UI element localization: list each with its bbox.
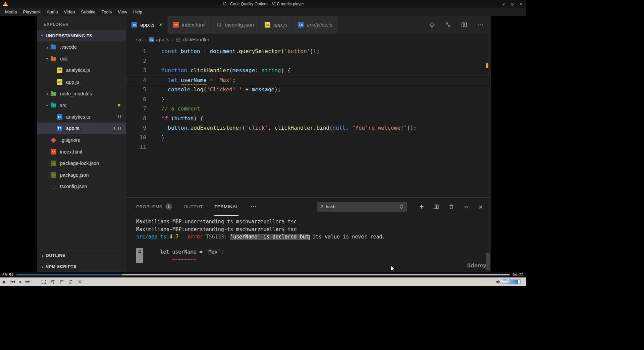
tree-item-index-html[interactable]: <>index.html bbox=[37, 146, 126, 158]
tree-item-package-lock-json[interactable]: {}package-lock.json bbox=[37, 158, 126, 169]
panel-tabs: PROBLEMS1OUTPUTTERMINAL bbox=[136, 198, 238, 216]
tree-item-tsconfig-json[interactable]: {..}tsconfig.json bbox=[37, 181, 126, 192]
tab-tsconfig-json[interactable]: {..}tsconfig.json bbox=[211, 16, 259, 34]
split-terminal-button[interactable] bbox=[433, 204, 439, 210]
code-text: console.log('Clicked! ' + message); bbox=[146, 85, 281, 95]
kill-terminal-button[interactable] bbox=[448, 204, 454, 210]
chevron-right-icon: › bbox=[44, 91, 50, 96]
panel-tab-output[interactable]: OUTPUT bbox=[183, 198, 203, 216]
maximize-button[interactable]: ◇ bbox=[511, 2, 514, 6]
panel-tab-problems[interactable]: PROBLEMS1 bbox=[136, 198, 172, 216]
tree-item-dist[interactable]: ›dist bbox=[37, 53, 126, 65]
video-area[interactable]: EXPLORER › UNDERSTANDING-TS ›.vscode›dis… bbox=[0, 16, 526, 272]
seek-progress bbox=[16, 274, 122, 275]
tab-index-html[interactable]: <>index.html bbox=[168, 16, 211, 34]
new-terminal-button[interactable]: + bbox=[419, 203, 424, 211]
vlc-titlebar[interactable]: 12 - Code Quality Options - VLC media pl… bbox=[0, 0, 526, 8]
play-button[interactable]: ▶ bbox=[3, 279, 6, 284]
code-line[interactable]: 10} bbox=[126, 133, 491, 143]
tab-app-js[interactable]: JSapp.js bbox=[259, 16, 292, 34]
menu-video[interactable]: Video bbox=[61, 9, 78, 14]
problems-count-badge: 1 bbox=[165, 203, 172, 210]
chevron-right-icon: › bbox=[44, 44, 50, 50]
ts-file-icon: TS bbox=[149, 37, 154, 42]
line-number: 1 bbox=[126, 47, 146, 56]
code-line[interactable]: 8if (button) { bbox=[126, 114, 491, 124]
terminal-shell-select[interactable]: 2: bash bbox=[317, 202, 407, 212]
code-text: } bbox=[146, 95, 165, 104]
previous-button[interactable]: |◀◀ bbox=[10, 280, 15, 283]
git-status-badge: 1, U bbox=[113, 126, 121, 131]
tree-item-vscode[interactable]: ›.vscode bbox=[37, 41, 126, 53]
code-editor[interactable]: 1const button = document.querySelector('… bbox=[126, 46, 491, 197]
terminal-output[interactable]: Maximilians-MBP:understanding-ts mschwar… bbox=[126, 216, 491, 272]
tree-item-node-modules[interactable]: ›node_modules bbox=[37, 88, 126, 99]
menu-subtitle[interactable]: Subtitle bbox=[78, 9, 98, 14]
stop-button[interactable]: ■ bbox=[19, 280, 21, 283]
breadcrumb-clickhandler[interactable]: clickHandler bbox=[176, 37, 209, 42]
code-text: } bbox=[146, 133, 165, 143]
code-line[interactable]: 5 console.log('Clicked! ' + message); bbox=[126, 85, 491, 95]
menu-tools[interactable]: Tools bbox=[99, 9, 115, 14]
code-line[interactable]: 3function clickHandler(message: string) … bbox=[126, 66, 491, 76]
menu-media[interactable]: Media bbox=[2, 9, 20, 14]
tree-item-analytics-ts[interactable]: TSanalytics.tsU bbox=[37, 111, 126, 123]
split-editor-icon[interactable] bbox=[461, 22, 467, 28]
seek-slider[interactable] bbox=[16, 274, 509, 275]
code-line[interactable]: 4 let userName = 'Max'; bbox=[126, 76, 491, 85]
code-line[interactable]: 7// a comment bbox=[126, 104, 491, 114]
tab-app-ts[interactable]: TSapp.ts× bbox=[126, 16, 168, 34]
minimize-button[interactable]: ∨ bbox=[502, 2, 505, 6]
git-compare-icon[interactable] bbox=[429, 22, 435, 28]
code-line[interactable]: 6} bbox=[126, 95, 491, 104]
tree-item-label: app.js bbox=[66, 79, 79, 85]
outline-section[interactable]: › OUTLINE bbox=[37, 250, 126, 261]
menu-help[interactable]: Help bbox=[130, 9, 145, 14]
tree-item-gitignore[interactable]: .gitignore bbox=[37, 134, 126, 146]
menu-audio[interactable]: Audio bbox=[44, 9, 61, 14]
panel-tab-terminal[interactable]: TERMINAL bbox=[214, 198, 238, 216]
line-number: 3 bbox=[126, 66, 146, 76]
js-file-icon: JS bbox=[57, 68, 62, 73]
code-line[interactable]: 1const button = document.querySelector('… bbox=[126, 47, 491, 56]
tree-item-analytics-js[interactable]: JSanalytics.js bbox=[37, 64, 126, 76]
window-buttons: ∨ ◇ × bbox=[502, 0, 522, 8]
next-button[interactable]: ▶▶| bbox=[25, 280, 30, 283]
folder-vscode-icon bbox=[51, 45, 56, 49]
loop-button[interactable] bbox=[68, 279, 73, 284]
panel-more-icon[interactable]: ⋯ bbox=[251, 203, 257, 210]
close-icon[interactable]: × bbox=[159, 21, 162, 28]
tree-item-src[interactable]: ›‹›src bbox=[37, 99, 126, 111]
tab-label: tsconfig.json bbox=[225, 22, 254, 28]
breadcrumb-src[interactable]: src bbox=[136, 37, 143, 42]
breadcrumb-app-ts[interactable]: TSapp.ts bbox=[149, 37, 169, 42]
menu-view[interactable]: View bbox=[115, 9, 130, 14]
shuffle-button[interactable] bbox=[77, 279, 82, 284]
code-line[interactable]: 2 bbox=[126, 56, 491, 66]
code-line[interactable]: 9 button.addEventListener('click', click… bbox=[126, 123, 491, 133]
workspace-root[interactable]: › UNDERSTANDING-TS bbox=[37, 30, 126, 41]
extended-settings-button[interactable] bbox=[50, 279, 55, 284]
terminal-scrollbar[interactable] bbox=[486, 253, 490, 270]
terminal-line: ~~~~~~~~ bbox=[136, 256, 491, 264]
maximize-panel-button[interactable] bbox=[464, 204, 469, 210]
tree-item-app-js[interactable]: JSapp.js bbox=[37, 76, 126, 88]
git-branch-icon[interactable] bbox=[445, 22, 451, 28]
fullscreen-button[interactable] bbox=[41, 279, 46, 284]
ts-file-icon: TS bbox=[131, 22, 137, 28]
playlist-button[interactable] bbox=[59, 279, 64, 284]
menu-playback[interactable]: Playback bbox=[20, 9, 44, 14]
code-line[interactable]: 11 bbox=[126, 142, 491, 152]
close-button[interactable]: × bbox=[520, 2, 522, 6]
tree-item-app-ts[interactable]: TSapp.ts1, U bbox=[37, 123, 126, 134]
bottom-panel: PROBLEMS1OUTPUTTERMINAL ⋯ 2: bash + bbox=[126, 197, 491, 272]
tab-analytics-ts[interactable]: TSanalytics.ts bbox=[292, 16, 338, 34]
volume-percent-label: 110% bbox=[500, 278, 509, 282]
more-actions-icon[interactable]: ⋯ bbox=[477, 21, 483, 29]
tree-item-label: src bbox=[60, 102, 66, 108]
terminal-line: 4 let userName = 'Max'; bbox=[136, 248, 491, 256]
npm-scripts-section[interactable]: › NPM SCRIPTS bbox=[37, 261, 126, 272]
ts-file-icon: TS bbox=[57, 126, 62, 131]
tree-item-package-json[interactable]: {}package.json bbox=[37, 169, 126, 181]
close-panel-button[interactable]: × bbox=[479, 203, 483, 210]
